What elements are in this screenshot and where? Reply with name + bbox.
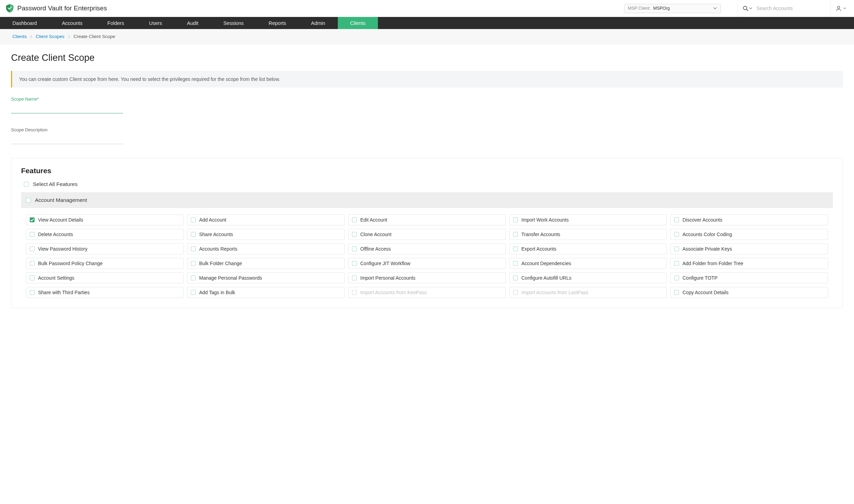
checkbox-icon bbox=[674, 232, 679, 237]
nav-item-clients[interactable]: Clients bbox=[338, 17, 378, 29]
chevron-down-icon bbox=[713, 6, 717, 10]
scope-description-label: Scope Description bbox=[11, 127, 123, 132]
checkbox-icon bbox=[674, 217, 679, 222]
checkbox-icon bbox=[191, 276, 196, 280]
feature-label: Bulk Folder Change bbox=[199, 261, 242, 266]
checkbox-icon bbox=[30, 261, 35, 266]
feature-label: Add Folder from Folder Tree bbox=[683, 261, 743, 266]
checkbox-icon bbox=[191, 261, 196, 266]
breadcrumb-item[interactable]: Clients bbox=[12, 34, 27, 39]
feature-label: Import Accounts from KeePass bbox=[360, 290, 427, 295]
feature-item[interactable]: Account Dependencies bbox=[509, 258, 667, 269]
nav-item-reports[interactable]: Reports bbox=[256, 17, 299, 29]
feature-item[interactable]: Bulk Folder Change bbox=[187, 258, 345, 269]
search-area bbox=[738, 6, 830, 11]
feature-item[interactable]: Account Settings bbox=[26, 272, 184, 283]
feature-label: View Password History bbox=[38, 246, 87, 252]
checkbox-icon bbox=[352, 276, 357, 280]
chevron-down-icon bbox=[843, 7, 846, 10]
feature-label: Share with Third Parties bbox=[38, 290, 90, 295]
feature-label: Account Settings bbox=[38, 275, 74, 281]
feature-item[interactable]: Share Accounts bbox=[187, 229, 345, 240]
nav-item-accounts[interactable]: Accounts bbox=[49, 17, 95, 29]
feature-label: Clone Account bbox=[360, 232, 391, 237]
feature-item[interactable]: Add Account bbox=[187, 214, 345, 225]
search-scope-button[interactable] bbox=[743, 6, 752, 11]
breadcrumb: ClientsClient ScopesCreate Client Scope bbox=[0, 29, 854, 44]
msp-client-label: MSP Client: bbox=[628, 6, 651, 11]
nav-item-sessions[interactable]: Sessions bbox=[211, 17, 256, 29]
checkbox-icon bbox=[191, 217, 196, 222]
top-header: Password Vault for Enterprises MSP Clien… bbox=[0, 0, 854, 17]
feature-item[interactable]: Add Tags in Bulk bbox=[187, 287, 345, 298]
feature-item[interactable]: Edit Account bbox=[348, 214, 506, 225]
shield-icon bbox=[5, 3, 15, 13]
feature-label: Offline Access bbox=[360, 246, 391, 252]
feature-label: Add Account bbox=[199, 217, 226, 223]
feature-item[interactable]: Transfer Accounts bbox=[509, 229, 667, 240]
feature-label: Import Work Accounts bbox=[521, 217, 569, 223]
feature-label: Manage Personal Passwords bbox=[199, 275, 262, 281]
scope-name-input[interactable] bbox=[11, 104, 123, 113]
checkbox-icon bbox=[513, 246, 518, 251]
user-menu[interactable] bbox=[831, 6, 848, 11]
checkbox-icon bbox=[352, 261, 357, 266]
feature-item[interactable]: Add Folder from Folder Tree bbox=[670, 258, 828, 269]
feature-item[interactable]: Export Accounts bbox=[509, 243, 667, 254]
features-heading: Features bbox=[21, 167, 833, 175]
feature-item[interactable]: View Password History bbox=[26, 243, 184, 254]
feature-item: Import Accounts from LastPass bbox=[509, 287, 667, 298]
nav-item-dashboard[interactable]: Dashboard bbox=[0, 17, 49, 29]
app-logo: Password Vault for Enterprises bbox=[5, 3, 107, 13]
search-input[interactable] bbox=[756, 6, 826, 11]
feature-item[interactable]: Configure TOTP bbox=[670, 272, 828, 283]
select-all-features[interactable]: Select All Features bbox=[21, 181, 833, 187]
checkbox-icon bbox=[191, 232, 196, 237]
user-icon bbox=[836, 6, 842, 11]
feature-label: Configure TOTP bbox=[683, 275, 717, 281]
checkbox-icon bbox=[352, 290, 357, 295]
checkbox-icon bbox=[191, 246, 196, 251]
feature-label: Account Dependencies bbox=[521, 261, 571, 266]
nav-item-admin[interactable]: Admin bbox=[299, 17, 338, 29]
feature-item[interactable]: Share with Third Parties bbox=[26, 287, 184, 298]
feature-item[interactable]: Offline Access bbox=[348, 243, 506, 254]
checkbox-icon bbox=[674, 261, 679, 266]
checkbox-icon bbox=[674, 290, 679, 295]
nav-item-folders[interactable]: Folders bbox=[95, 17, 137, 29]
checkbox-icon bbox=[24, 182, 29, 187]
feature-item[interactable]: Bulk Password Policy Change bbox=[26, 258, 184, 269]
chevron-right-icon bbox=[67, 35, 71, 38]
checkbox-icon bbox=[191, 290, 196, 295]
feature-item[interactable]: Configure JIT Workflow bbox=[348, 258, 506, 269]
feature-item[interactable]: Manage Personal Passwords bbox=[187, 272, 345, 283]
breadcrumb-item[interactable]: Client Scopes bbox=[36, 34, 64, 39]
msp-client-selector[interactable]: MSP Client: MSPOrg bbox=[624, 4, 721, 13]
info-banner: You can create custom Client scope from … bbox=[11, 71, 843, 87]
feature-label: Import Accounts from LastPass bbox=[521, 290, 588, 295]
feature-item[interactable]: Discover Accounts bbox=[670, 214, 828, 225]
feature-item[interactable]: Import Personal Accounts bbox=[348, 272, 506, 283]
checkbox-icon bbox=[513, 217, 518, 222]
feature-item[interactable]: Clone Account bbox=[348, 229, 506, 240]
select-all-label: Select All Features bbox=[33, 181, 77, 187]
app-title: Password Vault for Enterprises bbox=[17, 4, 107, 12]
nav-item-audit[interactable]: Audit bbox=[175, 17, 211, 29]
feature-group-header[interactable]: Account Management bbox=[21, 192, 833, 208]
checkbox-icon bbox=[674, 276, 679, 280]
feature-item[interactable]: Delete Accounts bbox=[26, 229, 184, 240]
feature-item[interactable]: Associate Private Keys bbox=[670, 243, 828, 254]
svg-point-2 bbox=[837, 6, 839, 8]
feature-label: Configure Autofill URLs bbox=[521, 275, 572, 281]
feature-label: Export Accounts bbox=[521, 246, 556, 252]
feature-item[interactable]: Import Work Accounts bbox=[509, 214, 667, 225]
checkbox-icon bbox=[26, 198, 31, 203]
feature-item[interactable]: Configure Autofill URLs bbox=[509, 272, 667, 283]
checkbox-icon bbox=[674, 246, 679, 251]
feature-item[interactable]: Accounts Color Coding bbox=[670, 229, 828, 240]
feature-item[interactable]: Accounts Reports bbox=[187, 243, 345, 254]
scope-description-input[interactable] bbox=[11, 134, 123, 144]
nav-item-users[interactable]: Users bbox=[137, 17, 175, 29]
feature-item[interactable]: Copy Account Details bbox=[670, 287, 828, 298]
feature-item[interactable]: View Account Details bbox=[26, 214, 184, 225]
